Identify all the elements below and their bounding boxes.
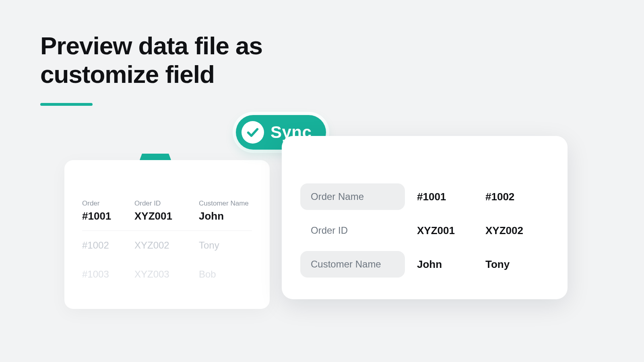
source-data-card: Order #1001 Order ID XYZ001 Customer Nam… [64, 160, 270, 309]
source-name-0: John [199, 210, 252, 222]
title-underline [40, 103, 93, 106]
source-name-1: Tony [199, 240, 252, 251]
source-col-label-orderid: Order ID [134, 200, 199, 208]
preview-order-id-1: XYZ002 [485, 224, 554, 237]
preview-row-customer: Customer Name John Tony [300, 251, 547, 278]
source-order-1: #1002 [82, 240, 134, 251]
source-id-0: XYZ001 [134, 210, 199, 222]
field-customer-name[interactable]: Customer Name [300, 251, 405, 278]
check-icon [242, 121, 264, 144]
preview-order-name-0: #1001 [417, 191, 485, 203]
source-row-1: #1002 XYZ002 Tony [82, 231, 252, 260]
source-name-2: Bob [199, 269, 252, 280]
preview-customer-1: Tony [485, 258, 554, 271]
preview-customer-0: John [417, 258, 485, 271]
source-row-2: #1003 XYZ003 Bob [82, 260, 252, 289]
preview-row-order-id: Order ID XYZ001 XYZ002 [300, 217, 547, 244]
preview-row-order-name: Order Name #1001 #1002 [300, 183, 547, 210]
preview-card: Order Name #1001 #1002 Order ID XYZ001 X… [282, 136, 568, 299]
field-order-id[interactable]: Order ID [300, 217, 405, 244]
source-col-label-order: Order [82, 200, 134, 208]
source-row-primary: Order #1001 Order ID XYZ001 Customer Nam… [82, 191, 252, 230]
source-id-1: XYZ002 [134, 240, 199, 251]
field-order-name[interactable]: Order Name [300, 183, 405, 210]
source-col-label-customer: Customer Name [199, 200, 252, 208]
source-order-2: #1003 [82, 269, 134, 280]
page-title-line2: customize field [40, 60, 215, 88]
page-title-line1: Preview data file as [40, 32, 262, 60]
page-title: Preview data file as customize field [40, 31, 262, 89]
source-order-0: #1001 [82, 210, 134, 222]
source-id-2: XYZ003 [134, 269, 199, 280]
preview-order-id-0: XYZ001 [417, 224, 485, 237]
preview-order-name-1: #1002 [485, 191, 554, 203]
